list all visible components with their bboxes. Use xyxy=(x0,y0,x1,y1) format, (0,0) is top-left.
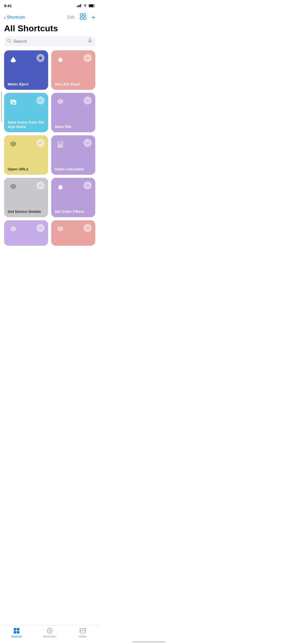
card-title-save-file: Save File xyxy=(55,124,92,129)
calculator-icon xyxy=(57,141,64,148)
card-title-get-device-details: Get Device Details xyxy=(8,209,45,214)
microphone-icon[interactable] xyxy=(88,38,92,44)
card-title-open-urls: Open URLs xyxy=(8,167,45,171)
card-top: ··· xyxy=(55,96,92,108)
card-icon-save-icons xyxy=(8,96,19,108)
shortcut-card-open-urls[interactable]: ··· Open URLs xyxy=(4,135,48,175)
shortcut-card-unknown1[interactable]: ··· xyxy=(4,220,48,246)
battery-icon xyxy=(89,4,95,7)
layers-icon-gray xyxy=(9,183,17,191)
stop-icon xyxy=(38,56,43,60)
card-icon-set-color-filters xyxy=(55,181,66,193)
card-icon-get-device-details xyxy=(8,181,19,193)
layers-icon-4 xyxy=(57,226,64,233)
svg-rect-5 xyxy=(89,5,93,7)
shortcut-card-save-file[interactable]: ··· Save File xyxy=(51,93,95,132)
svg-rect-1 xyxy=(78,5,79,7)
card-top: ··· xyxy=(8,96,45,108)
shortcut-card-get-device-details[interactable]: ··· Get Device Details xyxy=(4,178,48,217)
svg-rect-20 xyxy=(58,142,62,144)
svg-rect-24 xyxy=(58,145,59,146)
card-icon-open-calculator xyxy=(55,139,66,150)
nav-left[interactable]: ‹ Shortcuts xyxy=(4,14,25,20)
photos-icon xyxy=(9,98,17,106)
svg-rect-3 xyxy=(80,4,81,7)
nav-right: Edit + xyxy=(67,13,95,21)
wifi-icon xyxy=(83,4,87,7)
water-drop-icon xyxy=(9,56,17,63)
shortcut-card-save-icons[interactable]: ··· Save Icons from the App Store xyxy=(4,93,48,132)
page-title: All Shortcuts xyxy=(0,22,99,36)
svg-line-11 xyxy=(10,41,11,43)
svg-rect-2 xyxy=(79,5,80,7)
magnifier-icon xyxy=(7,39,11,43)
card-icon-water-eject xyxy=(8,54,19,65)
search-input[interactable] xyxy=(13,39,86,44)
shortcut-card-open-calculator[interactable]: ··· Open Calculator xyxy=(51,135,95,175)
shortcut-card-water-eject[interactable]: Water Eject xyxy=(4,50,48,90)
status-icons xyxy=(77,4,95,7)
card-top: ··· xyxy=(8,139,45,150)
scroll-indicator xyxy=(1,92,2,122)
shortcut-card-set-led-flash[interactable]: ··· Set LED Flash xyxy=(51,50,95,90)
more-button-open-calculator[interactable]: ··· xyxy=(84,139,92,147)
card-title-set-led-flash: Set LED Flash xyxy=(55,82,92,86)
more-button-unknown2[interactable]: ··· xyxy=(84,224,92,232)
svg-rect-8 xyxy=(80,17,83,19)
card-title-set-color-filters: Set Color Filters xyxy=(55,209,92,214)
svg-point-18 xyxy=(12,101,13,102)
settings-gear-icon-2 xyxy=(57,183,64,191)
card-top xyxy=(8,54,45,65)
card-top: ··· xyxy=(8,224,45,235)
svg-rect-21 xyxy=(58,144,59,145)
svg-rect-0 xyxy=(77,6,78,7)
layers-icon-yellow xyxy=(9,141,17,148)
more-button-get-device-details[interactable]: ··· xyxy=(36,181,45,189)
card-icon-unknown1 xyxy=(8,224,19,235)
card-top: ··· xyxy=(8,181,45,193)
svg-rect-6 xyxy=(80,14,83,16)
status-time: 9:41 xyxy=(4,4,12,8)
layers-icon-3 xyxy=(9,226,17,233)
shortcut-card-set-color-filters[interactable]: ··· Set Color Filters xyxy=(51,178,95,217)
svg-rect-14 xyxy=(39,57,42,59)
svg-rect-12 xyxy=(89,39,91,41)
card-icon-save-file xyxy=(55,96,66,108)
add-button[interactable]: + xyxy=(91,13,95,21)
card-title-open-calculator: Open Calculator xyxy=(55,167,92,171)
grid-view-button[interactable] xyxy=(80,13,86,21)
shortcut-card-unknown2[interactable]: ··· xyxy=(51,220,95,246)
more-button-open-urls[interactable]: ··· xyxy=(36,139,45,147)
card-top: ··· xyxy=(55,54,92,65)
card-top: ··· xyxy=(55,139,92,150)
more-button-save-file[interactable]: ··· xyxy=(84,96,92,105)
stop-button[interactable] xyxy=(36,54,45,62)
layers-icon xyxy=(57,98,64,106)
signal-icon xyxy=(77,4,82,7)
svg-rect-23 xyxy=(61,144,62,145)
card-icon-set-led-flash xyxy=(55,54,66,65)
status-bar: 9:41 xyxy=(0,0,99,11)
card-title-save-icons: Save Icons from the App Store xyxy=(8,120,45,129)
more-button-save-icons[interactable]: ··· xyxy=(36,96,45,105)
card-top: ··· xyxy=(55,224,92,235)
more-button-unknown1[interactable]: ··· xyxy=(36,224,45,232)
more-button-set-color-filters[interactable]: ··· xyxy=(84,181,92,189)
mic-icon xyxy=(88,38,92,43)
shortcuts-scroll-area: Water Eject ··· Set LED Flash xyxy=(0,50,99,271)
back-chevron-icon[interactable]: ‹ xyxy=(4,14,6,20)
shortcuts-grid: Water Eject ··· Set LED Flash xyxy=(4,50,95,246)
search-bar[interactable] xyxy=(4,36,95,46)
back-label[interactable]: Shortcuts xyxy=(7,15,25,20)
svg-rect-26 xyxy=(61,145,62,147)
svg-rect-22 xyxy=(60,144,61,145)
card-icon-unknown2 xyxy=(55,224,66,235)
card-icon-open-urls xyxy=(8,139,19,150)
edit-button[interactable]: Edit xyxy=(67,15,75,20)
settings-gear-icon xyxy=(57,56,64,63)
nav-bar: ‹ Shortcuts Edit + xyxy=(0,11,99,22)
more-button-set-led-flash[interactable]: ··· xyxy=(84,54,92,62)
svg-rect-7 xyxy=(84,14,86,16)
search-icon xyxy=(7,39,11,44)
grid-icon xyxy=(80,13,86,20)
